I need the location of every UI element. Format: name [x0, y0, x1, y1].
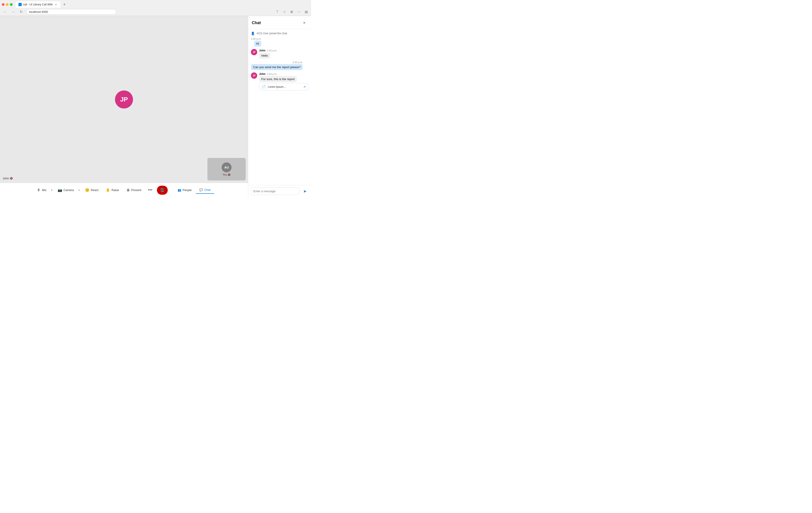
message-4-content: John 1:44 p.m. For sure, this is the rep…: [259, 73, 309, 90]
panel-toggle-buttons: 👥 People 💬 Chat: [174, 186, 214, 194]
self-muted-icon: 🔇: [228, 173, 230, 176]
chat-header: Chat ✕: [248, 16, 311, 29]
chat-icon: 💬: [199, 188, 203, 191]
message-1-bubble-wrap: 1:42 p.m. Hi: [251, 37, 261, 47]
bookmark-icon[interactable]: ☆: [281, 8, 288, 15]
camera-dropdown-button[interactable]: ▾: [77, 187, 81, 193]
self-label: You: [223, 173, 227, 176]
message-2: JP John 1:43 p.m. Hello: [251, 49, 309, 59]
people-panel-button[interactable]: 👥 People: [174, 186, 195, 194]
reload-button[interactable]: ↻: [18, 8, 24, 15]
tab-title: call - UI Library Call With: [23, 3, 53, 6]
chat-input[interactable]: [251, 187, 299, 195]
react-icon: 🙂: [85, 188, 89, 192]
address-bar: ← → ↻ ⊤ ☆ ⊞ ⋯ ▤: [0, 8, 311, 16]
send-icon: ➤: [303, 189, 307, 194]
raise-label: Raise: [112, 188, 119, 192]
mic-label: Mic: [42, 188, 47, 192]
camera-icon: 📷: [58, 188, 62, 192]
mic-button[interactable]: 🎙 Mic: [34, 186, 50, 194]
raise-button[interactable]: ✋ Raise: [103, 186, 122, 194]
message-3: 1:43 p.m. Can you send me the report ple…: [251, 61, 309, 70]
participant-name-label: John: [3, 177, 9, 180]
participant-avatar: JP: [115, 90, 133, 109]
message-2-content: John 1:43 p.m. Hello: [259, 49, 309, 59]
reader-mode-icon[interactable]: ⊤: [274, 8, 281, 15]
tab-favicon-icon: C: [19, 3, 22, 6]
call-main: JP John 🔇 AU You 🔇: [0, 16, 248, 183]
self-view-label: You 🔇: [223, 173, 231, 176]
system-message-icon: 👤: [251, 32, 255, 35]
mic-icon: 🎙: [37, 188, 40, 192]
close-window-button[interactable]: [2, 3, 4, 6]
system-message: 👤 ACS User joined the chat.: [251, 32, 309, 35]
tab-group-icon[interactable]: ⊞: [289, 8, 295, 15]
message-2-time: 1:43 p.m.: [267, 49, 277, 52]
system-message-text: ACS User joined the chat.: [257, 32, 288, 35]
minimize-window-button[interactable]: [6, 3, 8, 6]
camera-button[interactable]: 📷 Camera: [55, 186, 77, 194]
react-button[interactable]: 🙂 React: [82, 186, 102, 194]
message-3-bubble-wrap: 1:43 p.m. Can you send me the report ple…: [251, 61, 303, 70]
message-2-avatar: JP: [251, 49, 257, 55]
participant-label: John 🔇: [3, 177, 12, 180]
camera-label: Camera: [64, 188, 74, 192]
message-4-time: 1:44 p.m.: [267, 73, 277, 75]
file-open-button[interactable]: ↗: [303, 85, 306, 89]
message-3-bubble: Can you send me the report please?: [251, 64, 303, 70]
message-3-time: 1:43 p.m.: [292, 61, 303, 63]
more-options-icon[interactable]: ⋯: [296, 8, 302, 15]
address-input[interactable]: [26, 9, 116, 15]
back-button[interactable]: ←: [2, 8, 8, 15]
sidebar-icon[interactable]: ▤: [303, 8, 309, 15]
chat-label: Chat: [204, 188, 210, 191]
camera-control-group: 📷 Camera ▾: [55, 186, 81, 194]
message-2-meta: John 1:43 p.m.: [259, 49, 309, 52]
traffic-lights: [2, 3, 12, 6]
close-icon: ✕: [303, 21, 306, 25]
end-call-icon: 📵: [160, 188, 165, 193]
control-bar: 🎙 Mic ▾ 📷 Camera ▾ 🙂 React ✋ Raise: [0, 183, 248, 197]
message-2-bubble: Hello: [259, 53, 270, 59]
app-container: JP John 🔇 AU You 🔇 🎙: [0, 16, 311, 197]
chat-panel: Chat ✕ 👤 ACS User joined the chat. 1:42 …: [248, 16, 311, 197]
message-4: JP John 1:44 p.m. For sure, this is the …: [251, 73, 309, 90]
message-1-bubble: Hi: [254, 40, 261, 47]
message-2-sender: John: [259, 49, 266, 52]
message-4-sender: John: [259, 73, 266, 76]
browser-chrome: C call - UI Library Call With ✕ + ← → ↻ …: [0, 0, 311, 16]
tab-bar: C call - UI Library Call With ✕ +: [0, 0, 311, 8]
present-button[interactable]: 🖥 Present: [123, 186, 145, 194]
participant-initials: JP: [120, 96, 128, 103]
participant-muted-icon: 🔇: [10, 177, 12, 180]
chat-close-button[interactable]: ✕: [301, 20, 308, 26]
file-name: Lorem ipsum...: [268, 85, 286, 88]
present-icon: 🖥: [126, 188, 130, 192]
people-icon: 👥: [178, 188, 181, 192]
more-icon: •••: [148, 188, 152, 192]
message-4-meta: John 1:44 p.m.: [259, 73, 309, 76]
more-button[interactable]: •••: [145, 186, 155, 194]
message-1: 1:42 p.m. Hi: [251, 37, 309, 47]
file-icon: 📄: [261, 85, 266, 89]
react-label: React: [91, 188, 98, 192]
mic-dropdown-button[interactable]: ▾: [50, 187, 54, 193]
end-call-button[interactable]: 📵: [157, 186, 168, 195]
self-view-thumbnail: AU You 🔇: [207, 158, 246, 181]
tab-close-button[interactable]: ✕: [54, 3, 58, 6]
file-attachment: 📄 Lorem ipsum... ↗: [259, 83, 309, 90]
people-label: People: [182, 188, 192, 192]
chat-send-button[interactable]: ➤: [301, 188, 309, 195]
chat-messages: 👤 ACS User joined the chat. 1:42 p.m. Hi…: [248, 29, 311, 185]
raise-icon: ✋: [106, 188, 110, 192]
self-initials: AU: [224, 166, 229, 169]
browser-toolbar-icons: ⊤ ☆ ⊞ ⋯ ▤: [274, 8, 309, 15]
forward-button[interactable]: →: [10, 8, 16, 15]
chat-panel-button[interactable]: 💬 Chat: [196, 186, 214, 194]
self-view-avatar: AU: [222, 162, 232, 172]
call-area: JP John 🔇 AU You 🔇 🎙: [0, 16, 248, 197]
browser-tab-active[interactable]: C call - UI Library Call With ✕: [16, 1, 60, 8]
new-tab-button[interactable]: +: [61, 1, 68, 8]
mic-control-group: 🎙 Mic ▾: [34, 186, 53, 194]
maximize-window-button[interactable]: [10, 3, 12, 6]
